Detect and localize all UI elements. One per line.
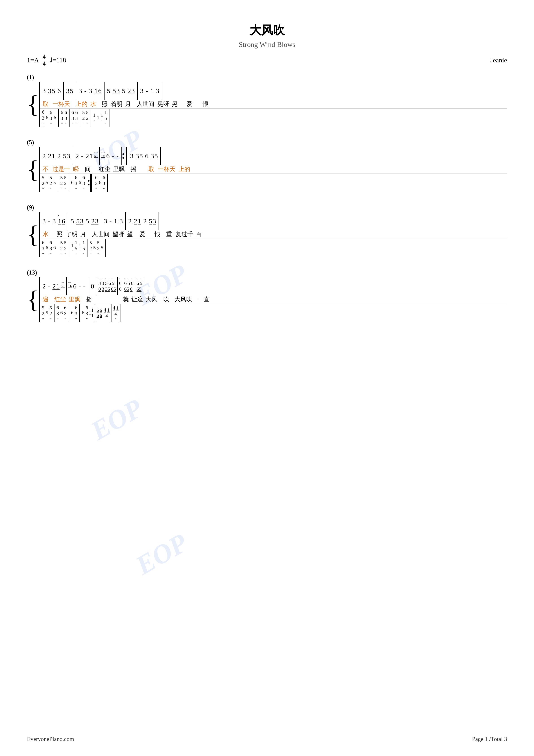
bass-m13-3: 6 6 3 ·· [69,305,79,321]
lyrics-m13-6: 大风吹 [172,295,195,303]
bass-note: 5 2 ·· [50,175,52,191]
bass-note: 6 3 ·· [64,305,66,321]
bass-note: 5 2 ·· [60,175,63,191]
arc-group: 61 [94,154,98,158]
bass-note: 6 [54,114,56,121]
lyric: 摇 [131,165,136,173]
section-1: (1) { 3 35 6 [27,74,507,126]
lyrics-measure-4: 人世间 晃呀 晃 [134,100,180,108]
m13-3-treble: 0 [89,283,97,290]
bass-note: 5 2 ·· [97,240,100,256]
m5-3-treble: ·1 6 6 - - [100,152,121,160]
bass-measure-5: 1 · 1 1 · 1 5 · [91,110,109,126]
subtitle: Strong Wind Blows [27,40,507,49]
brace: { [27,212,39,257]
bass-m5-1: 5 2 ·· 5 5 2 ·· 5 [40,175,58,191]
treble-13: 2 - 21 61 ·1 [40,277,507,295]
dash: - [84,87,87,95]
lyric: 红尘 [54,295,66,303]
lyric: 照 [102,100,108,108]
note: 2 [143,217,147,225]
note-group: 53 [76,217,84,225]
note: 3 [104,217,107,225]
bass-9: 6 3 ·· 6 6 3 ·· 6 [40,239,507,257]
bass-note: 5 2 ·· [64,240,66,256]
bass-note: 5 [93,245,96,251]
bass-m5-2: 5 2 ·· 5 2 ·· [58,175,69,191]
composer: Jeanie [490,56,507,64]
lyric: 大风吹 [174,295,192,303]
lyric: 过是一 [53,165,70,173]
note-group: 21 [134,217,141,225]
lyric: 月 [125,100,131,108]
bass-note: 6 [79,179,81,185]
lyric: 取 [148,165,154,173]
lyric: 月 [80,230,86,238]
treble-1: 3 35 6 35 [40,82,507,100]
note: 2 [42,152,46,160]
brace: { [27,147,39,192]
bass-note: 6 3 ·· [83,175,85,191]
note: 6 [106,152,110,160]
lyric: 一直 [198,295,210,303]
bass-note: 5 [46,310,48,315]
m9-1-treble: 3 - 3 ·1 6 [40,217,68,225]
note: 3 [130,152,134,160]
lyric: 爱 [187,100,192,108]
staves-1: 3 35 6 35 [40,82,507,126]
m9-4-treble: 2 21 2 53 [126,217,159,225]
note: 2 [128,217,132,225]
note: 3 [89,87,92,95]
footer: EveryonePiano.com Page 1 /Total 3 [27,736,507,742]
dash: - [110,217,112,225]
section-label-9: (9) [27,204,507,211]
barline [160,147,161,165]
m13-1-treble: 2 - 21 61 [40,283,66,290]
lyrics-m9-1: 水 照 了明 月 [40,230,89,238]
lyric: 间 [85,165,90,173]
lyrics-m9-3: 爱 恨 [136,230,163,238]
bass-note: 5 2 ·· [42,305,44,321]
bass-m9-2: 5 2 ·· 5 2 ·· [58,240,69,256]
treble-9: 3 - 3 ·1 6 5 53 5 [40,212,507,230]
note-group: 21 [53,283,60,290]
lyric: 取 [43,100,48,108]
lyric: 恨 [155,230,160,238]
bass-note: 6 [46,245,48,251]
lyric: 百 [196,230,202,238]
measure-2-treble: 35 [64,87,76,95]
note: 3 [140,87,143,95]
lyric: 里飘 [69,295,80,303]
bass-note: 6 [60,310,63,315]
repeat-barline-bass [88,174,92,192]
brace: { [27,277,39,322]
note: 3 [42,87,46,95]
bass-m13-4: 6 6 3 ·· 1 1 1 [80,305,95,321]
measure-3-treble: 3 - 3 ·1 6 [76,87,104,95]
arc-group: ·1 6 [101,154,105,158]
bass-note: 1 5 · [83,240,85,256]
note: 3 [53,217,56,225]
bass-note: 1 · [71,242,74,253]
lyric: 摇 [86,295,92,303]
dash: - [116,152,119,160]
bass-measure-3: 6 3 ·· 6 3 ·· [69,110,80,126]
lyrics-m13-5: 吹 [161,295,172,303]
lyric: 里飘 [113,165,125,173]
staves-5: 2 21 2 53 2 - 21 [40,147,507,192]
lyric: 爱 [140,230,145,238]
section-5: (5) { 2 21 2 53 2 [27,139,507,192]
dash: - [48,217,50,225]
header-left: 1=A 44 ♩=118 [27,53,66,67]
time-sig: 44 [43,53,46,67]
bass-measure-2: 6 3 ·· 6 3 ·· [59,110,69,126]
bass-note: 1 · [101,112,103,123]
lyrics-measure-5: 爱 恨 [181,100,211,108]
watermark-4: EOP [131,527,193,581]
m9-2-treble: 5 53 5 23 [68,217,101,225]
header-row: 1=A 44 ♩=118 Jeanie [27,53,507,67]
bass-note: 6 [46,114,48,121]
note-group: 35 [136,152,143,160]
bass-note: 5 [53,179,56,185]
note-group: 53 [113,87,120,95]
